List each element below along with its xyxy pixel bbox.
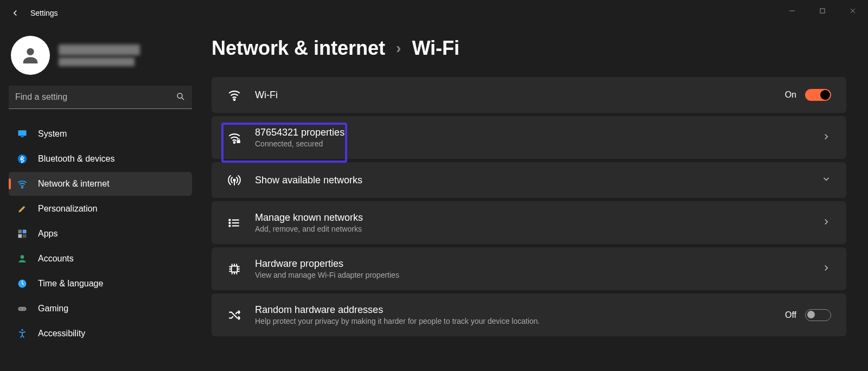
card-title: 87654321 properties bbox=[255, 127, 808, 138]
maximize-button[interactable] bbox=[807, 0, 838, 22]
chevron-right-icon bbox=[821, 263, 831, 275]
search-box[interactable] bbox=[9, 86, 192, 109]
card-subtitle: Add, remove, and edit networks bbox=[255, 225, 808, 233]
svg-point-3 bbox=[177, 93, 182, 98]
back-button[interactable] bbox=[4, 2, 26, 24]
sidebar-item-accessibility[interactable]: Accessibility bbox=[9, 322, 192, 346]
wifi-secured-icon bbox=[227, 131, 242, 145]
svg-rect-6 bbox=[21, 136, 24, 137]
random-hardware-addresses-card[interactable]: Random hardware addresses Help protect y… bbox=[212, 293, 846, 336]
network-properties-card[interactable]: 87654321 properties Connected, secured bbox=[212, 116, 846, 159]
breadcrumb-current: Wi-Fi bbox=[412, 37, 459, 60]
svg-point-27 bbox=[229, 219, 230, 220]
wifi-toggle-card[interactable]: Wi-Fi On bbox=[212, 77, 846, 113]
svg-point-19 bbox=[234, 99, 235, 100]
svg-rect-5 bbox=[18, 130, 27, 136]
svg-rect-30 bbox=[232, 266, 238, 272]
random-hardware-toggle[interactable] bbox=[805, 309, 831, 321]
brush-icon bbox=[16, 203, 28, 214]
sidebar: System Bluetooth & devices Network & int… bbox=[0, 26, 201, 371]
svg-rect-21 bbox=[237, 140, 240, 143]
card-title: Show available networks bbox=[255, 175, 808, 186]
shuffle-icon bbox=[227, 308, 242, 322]
gamepad-icon bbox=[16, 303, 28, 314]
card-title: Hardware properties bbox=[255, 258, 808, 270]
profile-section[interactable] bbox=[9, 31, 192, 86]
minimize-button[interactable] bbox=[777, 0, 807, 22]
manage-known-networks-card[interactable]: Manage known networks Add, remove, and e… bbox=[212, 201, 846, 244]
svg-point-20 bbox=[234, 142, 235, 143]
antenna-icon bbox=[227, 173, 242, 187]
sidebar-item-accounts[interactable]: Accounts bbox=[9, 247, 192, 271]
svg-point-17 bbox=[23, 308, 24, 309]
card-title: Manage known networks bbox=[255, 212, 808, 223]
sidebar-item-label: Bluetooth & devices bbox=[38, 154, 114, 164]
svg-point-18 bbox=[21, 329, 23, 331]
wifi-state-label: On bbox=[785, 90, 796, 100]
sidebar-item-bluetooth[interactable]: Bluetooth & devices bbox=[9, 147, 192, 171]
list-icon bbox=[227, 216, 242, 230]
card-title: Wi-Fi bbox=[255, 89, 772, 101]
chip-icon bbox=[227, 262, 242, 276]
svg-point-8 bbox=[22, 187, 23, 188]
chevron-down-icon bbox=[821, 174, 831, 186]
svg-point-13 bbox=[21, 255, 24, 259]
show-available-networks-card[interactable]: Show available networks bbox=[212, 162, 846, 198]
svg-point-29 bbox=[229, 225, 230, 226]
sidebar-item-gaming[interactable]: Gaming bbox=[9, 297, 192, 321]
monitor-icon bbox=[16, 129, 28, 139]
card-subtitle: View and manage Wi-Fi adapter properties bbox=[255, 271, 808, 279]
sidebar-item-network[interactable]: Network & internet bbox=[9, 172, 192, 196]
hardware-properties-card[interactable]: Hardware properties View and manage Wi-F… bbox=[212, 247, 846, 290]
svg-point-16 bbox=[20, 308, 21, 309]
sidebar-item-label: System bbox=[38, 129, 67, 139]
sidebar-item-label: Accessibility bbox=[38, 329, 85, 338]
sidebar-item-label: Network & internet bbox=[38, 179, 110, 189]
sidebar-item-personalization[interactable]: Personalization bbox=[9, 197, 192, 221]
svg-rect-9 bbox=[18, 230, 22, 234]
chevron-right-icon: › bbox=[396, 40, 401, 57]
chevron-right-icon bbox=[821, 217, 831, 229]
close-button[interactable] bbox=[838, 0, 868, 22]
svg-rect-10 bbox=[23, 230, 27, 234]
sidebar-item-label: Accounts bbox=[38, 254, 74, 264]
sidebar-item-time-language[interactable]: Time & language bbox=[9, 272, 192, 296]
svg-rect-1 bbox=[820, 9, 825, 13]
random-state-label: Off bbox=[785, 310, 796, 320]
accessibility-icon bbox=[16, 328, 28, 339]
breadcrumb-parent[interactable]: Network & internet bbox=[212, 37, 385, 60]
svg-rect-11 bbox=[18, 234, 22, 238]
sidebar-item-label: Apps bbox=[38, 229, 58, 239]
profile-email-blurred bbox=[59, 57, 135, 66]
svg-rect-15 bbox=[18, 307, 27, 311]
sidebar-item-label: Time & language bbox=[38, 279, 103, 289]
profile-name-blurred bbox=[59, 44, 140, 55]
wifi-icon bbox=[16, 178, 28, 189]
card-title: Random hardware addresses bbox=[255, 304, 772, 316]
svg-point-2 bbox=[27, 48, 34, 55]
search-input[interactable] bbox=[9, 86, 192, 109]
content-area: Network & internet › Wi-Fi Wi-Fi On bbox=[201, 26, 868, 371]
clock-globe-icon bbox=[16, 278, 28, 289]
svg-line-4 bbox=[182, 98, 184, 100]
sidebar-item-label: Gaming bbox=[38, 304, 68, 314]
sidebar-item-system[interactable]: System bbox=[9, 122, 192, 146]
wifi-toggle[interactable] bbox=[805, 89, 831, 101]
wifi-icon bbox=[227, 88, 242, 102]
card-subtitle: Connected, secured bbox=[255, 139, 808, 148]
bluetooth-icon bbox=[16, 153, 28, 164]
search-icon bbox=[176, 92, 186, 104]
svg-rect-12 bbox=[23, 234, 27, 238]
breadcrumb: Network & internet › Wi-Fi bbox=[212, 37, 846, 60]
sidebar-item-label: Personalization bbox=[38, 204, 97, 214]
sidebar-item-apps[interactable]: Apps bbox=[9, 222, 192, 246]
avatar bbox=[11, 36, 50, 75]
window-title: Settings bbox=[30, 9, 58, 17]
chevron-right-icon bbox=[821, 132, 831, 144]
card-subtitle: Help protect your privacy by making it h… bbox=[255, 317, 772, 325]
apps-icon bbox=[16, 228, 28, 239]
svg-point-28 bbox=[229, 222, 230, 223]
person-icon bbox=[16, 253, 28, 264]
